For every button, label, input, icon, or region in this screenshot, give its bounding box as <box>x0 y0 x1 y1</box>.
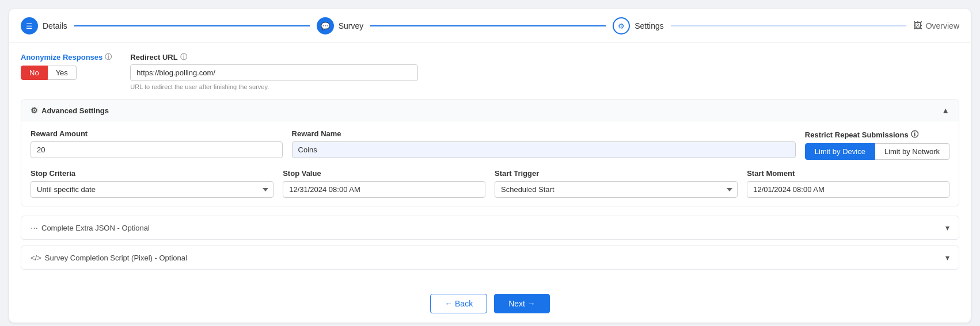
step-survey-label: Survey <box>339 21 364 30</box>
start-moment-input[interactable] <box>747 181 949 198</box>
step-details-label: Details <box>43 21 67 30</box>
start-moment-group: Start Moment <box>747 169 949 198</box>
anonymize-group: Anonymize Responses ⓘ No Yes <box>21 52 112 90</box>
stop-criteria-label: Stop Criteria <box>31 169 274 178</box>
reward-amount-group: Reward Amount <box>31 129 283 158</box>
anonymize-toggle: No Yes <box>21 66 112 80</box>
content-area: Anonymize Responses ⓘ No Yes Redirect UR… <box>9 43 971 285</box>
redirect-url-input[interactable] <box>130 64 418 81</box>
reward-amount-label: Reward Amount <box>31 129 283 138</box>
step-survey-circle: 💬 <box>317 17 334 34</box>
reward-name-label: Reward Name <box>292 129 796 138</box>
page-wrapper: ☰ Details 💬 Survey ⚙ Settings 🖼 Overview <box>0 0 980 326</box>
redirect-group: Redirect URL ⓘ URL to redirect the user … <box>130 52 418 90</box>
anonymize-no-button[interactable]: No <box>21 66 48 80</box>
advanced-settings-header[interactable]: ⚙ Advanced Settings ▲ <box>21 100 959 121</box>
step-details-circle: ☰ <box>21 17 38 34</box>
step-line-2 <box>370 25 606 26</box>
redirect-label-text: Redirect URL <box>130 53 177 62</box>
restrict-group: Restrict Repeat Submissions ⓘ Limit by D… <box>805 129 949 160</box>
extra-json-header-left: ⋯ Complete Extra JSON - Optional <box>31 224 150 232</box>
stop-value-label: Stop Value <box>283 169 485 178</box>
stepper: ☰ Details 💬 Survey ⚙ Settings 🖼 Overview <box>9 9 971 43</box>
step-settings[interactable]: ⚙ Settings <box>613 17 664 34</box>
advanced-settings-body: Reward Amount Reward Name Restrict Repea… <box>21 121 959 206</box>
start-trigger-group: Start Trigger Scheduled Start Immediate … <box>495 169 738 198</box>
pixel-script-header[interactable]: </> Survey Completion Script (Pixel) - O… <box>21 246 959 269</box>
extra-json-header[interactable]: ⋯ Complete Extra JSON - Optional ▾ <box>21 216 959 239</box>
bottom-nav: ← Back Next → <box>9 285 971 323</box>
pixel-script-collapse-icon[interactable]: ▾ <box>945 253 949 262</box>
step-settings-label: Settings <box>635 21 664 30</box>
limit-by-device-button[interactable]: Limit by Device <box>805 143 875 160</box>
start-moment-label: Start Moment <box>747 169 949 178</box>
restrict-label: Restrict Repeat Submissions ⓘ <box>805 129 949 140</box>
extra-json-section: ⋯ Complete Extra JSON - Optional ▾ <box>21 216 959 240</box>
step-survey[interactable]: 💬 Survey <box>317 17 364 34</box>
settings-gear-icon: ⚙ <box>31 106 38 115</box>
step-details[interactable]: ☰ Details <box>21 17 67 34</box>
advanced-settings-card: ⚙ Advanced Settings ▲ Reward Amount <box>21 99 959 206</box>
reward-row: Reward Amount Reward Name Restrict Repea… <box>31 129 949 160</box>
extra-json-collapse-icon[interactable]: ▾ <box>945 223 949 232</box>
advanced-settings-label: Advanced Settings <box>41 106 109 115</box>
reward-name-input[interactable] <box>292 141 796 158</box>
pixel-script-header-left: </> Survey Completion Script (Pixel) - O… <box>31 254 187 262</box>
reward-amount-input[interactable] <box>31 141 283 158</box>
overview-icon: 🖼 <box>913 21 922 31</box>
stop-criteria-group: Stop Criteria Until specific date Until … <box>31 169 274 198</box>
step-line-1 <box>74 25 310 26</box>
anonymize-info-icon[interactable]: ⓘ <box>105 52 112 62</box>
redirect-hint: URL to redirect the user after finishing… <box>130 83 418 90</box>
redirect-label: Redirect URL ⓘ <box>130 52 418 62</box>
back-button[interactable]: ← Back <box>430 294 487 313</box>
restrict-buttons: Limit by Device Limit by Network <box>805 143 949 160</box>
anonymize-yes-button[interactable]: Yes <box>48 66 77 80</box>
advanced-settings-header-left: ⚙ Advanced Settings <box>31 106 109 115</box>
start-trigger-select[interactable]: Scheduled Start Immediate Start Manual S… <box>495 181 738 198</box>
collapse-icon[interactable]: ▲ <box>941 106 949 115</box>
extra-json-label: Complete Extra JSON - Optional <box>41 224 150 232</box>
reward-name-group: Reward Name <box>292 129 796 158</box>
json-icon: ⋯ <box>31 224 38 232</box>
stop-value-input[interactable] <box>283 181 485 198</box>
limit-by-network-button[interactable]: Limit by Network <box>875 143 949 160</box>
stop-value-group: Stop Value <box>283 169 485 198</box>
main-card: ☰ Details 💬 Survey ⚙ Settings 🖼 Overview <box>9 9 971 323</box>
step-line-3 <box>671 25 906 26</box>
anonymize-label: Anonymize Responses ⓘ <box>21 52 112 62</box>
overview-label: Overview <box>926 21 959 30</box>
overview-item[interactable]: 🖼 Overview <box>913 21 959 31</box>
pixel-script-section: </> Survey Completion Script (Pixel) - O… <box>21 246 959 270</box>
anonymize-label-text: Anonymize Responses <box>21 53 102 62</box>
step-settings-circle: ⚙ <box>613 17 630 34</box>
restrict-label-text: Restrict Repeat Submissions <box>805 131 909 139</box>
redirect-info-icon[interactable]: ⓘ <box>180 52 187 62</box>
stop-criteria-select[interactable]: Until specific date Until response limit… <box>31 181 274 198</box>
top-row: Anonymize Responses ⓘ No Yes Redirect UR… <box>21 52 959 90</box>
start-trigger-label: Start Trigger <box>495 169 738 178</box>
pixel-script-label: Survey Completion Script (Pixel) - Optio… <box>45 254 187 262</box>
restrict-info-icon[interactable]: ⓘ <box>911 129 918 140</box>
pixel-icon: </> <box>31 254 41 262</box>
next-button[interactable]: Next → <box>494 294 550 313</box>
stop-start-row: Stop Criteria Until specific date Until … <box>31 169 949 198</box>
